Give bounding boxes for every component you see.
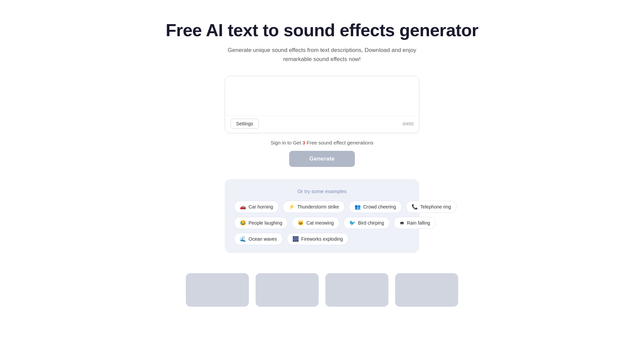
example-label: Car horning [249, 204, 273, 209]
examples-row-1: 🚗 Car horning ⚡ Thunderstorm strike 👥 Cr… [234, 201, 410, 213]
example-car-horning[interactable]: 🚗 Car horning [234, 201, 279, 213]
sound-description-input[interactable] [230, 81, 414, 112]
crowd-icon: 👥 [355, 204, 361, 210]
example-ocean-waves[interactable]: 🌊 Ocean waves [234, 233, 283, 245]
example-label: Rain falling [407, 220, 430, 226]
example-label: Ocean waves [249, 236, 277, 242]
example-rain-falling[interactable]: 🌧 Rain falling [394, 217, 436, 229]
examples-card: Or try some examples 🚗 Car horning ⚡ Thu… [225, 179, 419, 253]
example-fireworks-exploding[interactable]: 🎆 Fireworks exploding [287, 233, 349, 245]
char-count: 0/450 [402, 121, 414, 126]
result-card-2 [256, 273, 319, 307]
examples-grid: 🚗 Car horning ⚡ Thunderstorm strike 👥 Cr… [234, 201, 410, 245]
page-title: Free AI text to sound effects generator [166, 20, 478, 40]
examples-row-3: 🌊 Ocean waves 🎆 Fireworks exploding [234, 233, 410, 245]
example-label: People laughing [249, 220, 282, 226]
examples-row-2: 😂 People laughing 🐱 Cat meowing 🐦 Bird c… [234, 217, 410, 229]
input-card: Settings 0/450 [225, 76, 419, 133]
laugh-icon: 😂 [240, 220, 246, 226]
example-label: Telephone ring [420, 204, 451, 209]
result-card-1 [186, 273, 249, 307]
example-people-laughing[interactable]: 😂 People laughing [234, 217, 288, 229]
rain-icon: 🌧 [399, 220, 405, 226]
example-label: Fireworks exploding [301, 236, 343, 242]
generate-button[interactable]: Generate [289, 151, 355, 167]
car-icon: 🚗 [240, 204, 246, 210]
example-label: Bird chirping [358, 220, 384, 226]
example-label: Cat meowing [306, 220, 334, 226]
example-bird-chirping[interactable]: 🐦 Bird chirping [343, 217, 390, 229]
wave-icon: 🌊 [240, 236, 246, 242]
example-label: Thunderstorm strike [297, 204, 339, 209]
example-cat-meowing[interactable]: 🐱 Cat meowing [292, 217, 339, 229]
sign-in-prefix: Sign in to Get [271, 140, 303, 145]
result-card-4 [395, 273, 458, 307]
sign-in-suffix: Free sound effect generations [305, 140, 373, 145]
example-thunderstorm[interactable]: ⚡ Thunderstorm strike [283, 201, 344, 213]
result-cards-section [171, 273, 473, 307]
example-label: Crowd cheering [363, 204, 396, 209]
bird-icon: 🐦 [349, 220, 356, 226]
cat-icon: 🐱 [298, 220, 304, 226]
example-telephone-ring[interactable]: 📞 Telephone ring [406, 201, 457, 213]
settings-button[interactable]: Settings [230, 119, 259, 129]
fireworks-icon: 🎆 [292, 236, 299, 242]
telephone-icon: 📞 [412, 204, 418, 210]
free-count-highlight: 3 [303, 140, 305, 145]
page-subtitle: Generate unique sound effects from text … [218, 46, 426, 64]
sign-in-prompt: Sign in to Get 3 Free sound effect gener… [271, 140, 374, 145]
example-crowd-cheering[interactable]: 👥 Crowd cheering [349, 201, 402, 213]
thunderstorm-icon: ⚡ [288, 204, 295, 210]
examples-title: Or try some examples [234, 188, 410, 194]
result-card-3 [325, 273, 388, 307]
